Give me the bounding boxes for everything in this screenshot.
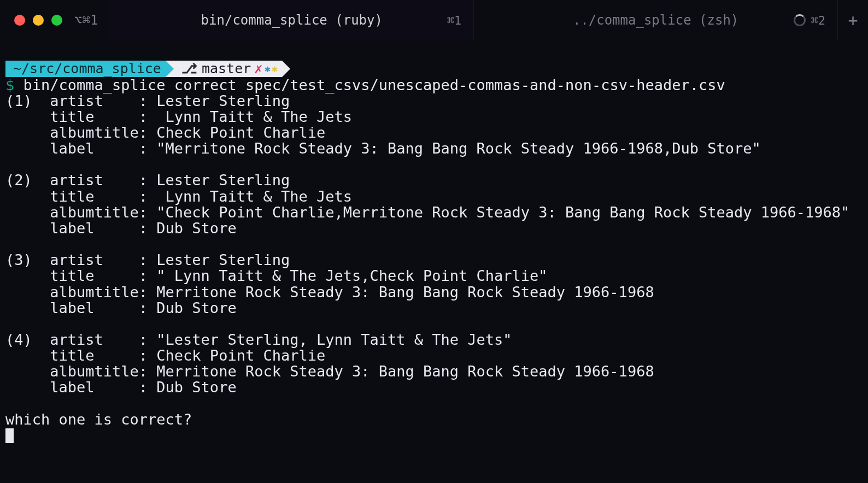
prompt-branch-segment: ⎇master✗✱✱ [174, 61, 282, 77]
option-row: title : Lynn Taitt & The Jets [5, 189, 863, 204]
options-output: (1) artist : Lester Sterling title : Lyn… [5, 93, 863, 411]
option-command-icon: ⌥⌘1 [74, 13, 98, 28]
blank-line [5, 236, 863, 252]
option-row: albumtitle: Merritone Rock Steady 3: Ban… [5, 363, 863, 379]
powerline-arrow-icon [282, 61, 290, 77]
titlebar: ⌥⌘1 bin/comma_splice (ruby) ⌘1 ../comma_… [0, 0, 868, 40]
option-row: (1) artist : Lester Sterling [5, 93, 863, 109]
option-row: label : "Merritone Rock Steady 3: Bang B… [5, 140, 863, 156]
powerline-arrow-icon [166, 61, 174, 77]
prompt-path-segment: ~/src/comma_splice [5, 61, 166, 77]
tab-shortcut: ⌘2 [811, 14, 826, 27]
tab-shortcut: ⌘1 [447, 14, 462, 27]
tab-1[interactable]: bin/comma_splice (ruby) ⌘1 [110, 0, 473, 40]
prompt-line: ~/src/comma_splice⎇master✗✱✱ [5, 60, 863, 77]
option-row: title : " Lynn Taitt & The Jets,Check Po… [5, 268, 863, 284]
tab-hotkey-hint: ⌥⌘1 [72, 0, 110, 40]
tab-2[interactable]: ../comma_splice (zsh) ⌘2 [473, 0, 837, 40]
tab-bar: ⌥⌘1 bin/comma_splice (ruby) ⌘1 ../comma_… [72, 0, 868, 40]
option-row: albumtitle: "Check Point Charlie,Merrito… [5, 204, 863, 220]
option-row: (2) artist : Lester Sterling [5, 172, 863, 188]
cursor-icon [5, 428, 14, 443]
new-tab-button[interactable]: + [837, 0, 868, 40]
blank-line [5, 316, 863, 332]
activity-spinner-icon [794, 14, 806, 26]
option-row: title : Check Point Charlie [5, 347, 863, 363]
option-row: label : Dub Store [5, 379, 863, 395]
command-line: $ bin/comma_splice correct spec/test_csv… [5, 77, 863, 93]
branch-name: master [202, 61, 251, 76]
powerline-prompt: ~/src/comma_splice⎇master✗✱✱ [5, 61, 290, 77]
option-row: title : Lynn Taitt & The Jets [5, 109, 863, 125]
git-status-icon: ✱ [265, 63, 271, 74]
minimize-window-button[interactable] [33, 15, 44, 26]
option-row: (4) artist : "Lester Sterling, Lynn Tait… [5, 332, 863, 347]
tab-label: ../comma_splice (zsh) [573, 13, 738, 28]
question-line: which one is correct? [5, 411, 863, 427]
git-dirty-icon: ✗ [254, 61, 262, 76]
git-status-icon: ✱ [272, 63, 278, 74]
zoom-window-button[interactable] [51, 15, 62, 26]
prompt-symbol: $ [5, 76, 14, 93]
git-branch-icon: ⎇ [181, 61, 197, 76]
option-row: (3) artist : Lester Sterling [5, 252, 863, 268]
close-window-button[interactable] [14, 15, 25, 26]
command-text: bin/comma_splice correct spec/test_csvs/… [24, 76, 725, 93]
option-row: albumtitle: Merritone Rock Steady 3: Ban… [5, 284, 863, 300]
option-row: label : Dub Store [5, 220, 863, 236]
window-controls [0, 0, 72, 40]
option-row: albumtitle: Check Point Charlie [5, 125, 863, 140]
cursor-line[interactable] [5, 427, 863, 443]
blank-line [5, 396, 863, 411]
terminal-viewport[interactable]: ~/src/comma_splice⎇master✗✱✱ $ bin/comma… [0, 40, 868, 449]
option-row: label : Dub Store [5, 300, 863, 316]
tab-label: bin/comma_splice (ruby) [201, 13, 383, 28]
blank-line [5, 156, 863, 172]
